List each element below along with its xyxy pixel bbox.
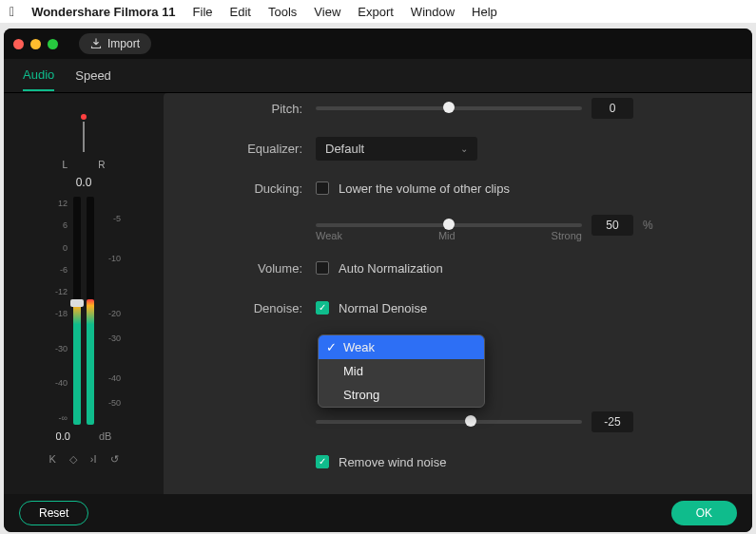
apple-icon[interactable]:  xyxy=(10,4,14,19)
window-titlebar: Import xyxy=(4,29,752,59)
tick-weak: Weak xyxy=(316,230,342,241)
pan-indicator-icon xyxy=(81,114,87,120)
menu-export[interactable]: Export xyxy=(358,5,394,19)
minimize-icon[interactable] xyxy=(30,39,41,49)
meter-right[interactable] xyxy=(87,197,94,425)
content-area: L R 0.0 1260-6-12-18-30-40-∞ -5-10-20-30… xyxy=(4,93,752,494)
close-icon[interactable] xyxy=(13,39,24,49)
dialog-footer: Reset OK xyxy=(4,494,752,532)
pitch-slider[interactable] xyxy=(316,106,582,110)
equalizer-label: Equalizer: xyxy=(164,142,316,156)
editor-window: Import Audio Speed L R 0.0 1260-6-12-18-… xyxy=(4,29,752,532)
next-keyframe-icon[interactable]: ›I xyxy=(90,453,97,466)
panel-tabs: Audio Speed xyxy=(4,59,752,93)
traffic-lights xyxy=(13,39,58,49)
denoise-row: Denoise: Normal Denoise xyxy=(164,295,724,321)
ducking-label: Ducking: xyxy=(164,181,316,196)
db-label: dB xyxy=(99,430,111,442)
tick-mid: Mid xyxy=(438,230,456,241)
menu-tools[interactable]: Tools xyxy=(268,5,297,19)
import-label: Import xyxy=(107,37,140,50)
normal-denoise-label: Normal Denoise xyxy=(339,301,427,315)
ducking-checkbox[interactable] xyxy=(316,181,329,195)
remove-wind-noise-label: Remove wind noise xyxy=(339,455,446,469)
wind-noise-row: Remove wind noise xyxy=(164,448,724,475)
db-readout: 0.0 dB xyxy=(56,430,112,442)
audio-settings-panel: Pitch: 0 Equalizer: Default ⌄ Ducking: xyxy=(164,93,752,494)
pan-knob[interactable] xyxy=(79,114,88,152)
denoise-opt-strong[interactable]: Strong xyxy=(319,383,484,407)
denoise-opt-mid[interactable]: Mid xyxy=(319,359,484,383)
vu-meters: 1260-6-12-18-30-40-∞ -5-10-20-30-40-50 xyxy=(47,197,121,425)
auto-normalization-label: Auto Normalization xyxy=(339,261,443,276)
pan-value: 0.0 xyxy=(76,176,92,189)
audio-meter-panel: L R 0.0 1260-6-12-18-30-40-∞ -5-10-20-30… xyxy=(4,93,164,494)
pct-label: % xyxy=(643,219,653,232)
denoise-strength-dropdown[interactable]: Weak Mid Strong xyxy=(318,334,485,408)
import-icon xyxy=(90,38,102,49)
meter-scale-left: 1260-6-12-18-30-40-∞ xyxy=(47,197,68,425)
pitch-value[interactable]: 0 xyxy=(591,98,633,119)
fader-handle[interactable] xyxy=(70,299,84,307)
pan-r: R xyxy=(98,160,105,170)
ok-button[interactable]: OK xyxy=(671,501,737,525)
tick-strong: Strong xyxy=(552,230,582,241)
menu-view[interactable]: View xyxy=(314,5,340,19)
reset-button[interactable]: Reset xyxy=(19,501,88,525)
pan-lr-labels: L R xyxy=(63,160,106,170)
prev-keyframe-icon[interactable]: K xyxy=(48,453,55,466)
reset-keyframe-icon[interactable]: ↺ xyxy=(110,453,119,466)
chevron-down-icon: ⌄ xyxy=(460,143,468,154)
tab-speed[interactable]: Speed xyxy=(75,68,111,90)
menu-window[interactable]: Window xyxy=(411,5,455,19)
denoise-slider-row: -25 xyxy=(164,409,724,435)
auto-normalization-checkbox[interactable] xyxy=(316,261,329,275)
pitch-label: Pitch: xyxy=(164,102,316,116)
denoise-slider[interactable] xyxy=(316,420,582,424)
denoise-slider-value[interactable]: -25 xyxy=(591,411,633,432)
menu-file[interactable]: File xyxy=(193,5,213,19)
menu-help[interactable]: Help xyxy=(472,5,497,19)
meter-scale-right: -5-10-20-30-40-50 xyxy=(100,197,121,425)
macos-menubar:  Wondershare Filmora 11 File Edit Tools… xyxy=(0,0,756,23)
db-value: 0.0 xyxy=(56,430,70,442)
ducking-row: Ducking: Lower the volume of other clips xyxy=(164,175,724,201)
meter-left[interactable] xyxy=(73,197,81,425)
ducking-slider-row: 50 % Weak Mid Strong xyxy=(164,215,724,241)
denoise-label: Denoise: xyxy=(164,301,316,315)
denoise-opt-weak[interactable]: Weak xyxy=(319,335,484,359)
equalizer-value: Default xyxy=(325,142,364,156)
ducking-cb-label: Lower the volume of other clips xyxy=(339,181,510,196)
pitch-row: Pitch: 0 xyxy=(164,95,724,122)
normal-denoise-checkbox[interactable] xyxy=(316,301,329,315)
zoom-icon[interactable] xyxy=(48,39,58,49)
equalizer-row: Equalizer: Default ⌄ xyxy=(164,135,724,162)
app-name[interactable]: Wondershare Filmora 11 xyxy=(31,5,175,19)
import-button[interactable]: Import xyxy=(79,33,151,54)
menu-edit[interactable]: Edit xyxy=(230,5,251,19)
add-keyframe-icon[interactable]: ◇ xyxy=(69,453,77,466)
pan-l: L xyxy=(63,160,68,170)
pan-line xyxy=(83,122,85,152)
keyframe-nav: K ◇ ›I ↺ xyxy=(48,453,118,466)
volume-label: Volume: xyxy=(164,261,316,276)
equalizer-select[interactable]: Default ⌄ xyxy=(316,137,477,161)
ducking-value[interactable]: 50 xyxy=(591,215,633,236)
ducking-slider[interactable] xyxy=(316,223,582,227)
volume-row: Volume: Auto Normalization xyxy=(164,255,724,281)
remove-wind-noise-checkbox[interactable] xyxy=(316,455,329,468)
tab-audio[interactable]: Audio xyxy=(23,67,54,91)
